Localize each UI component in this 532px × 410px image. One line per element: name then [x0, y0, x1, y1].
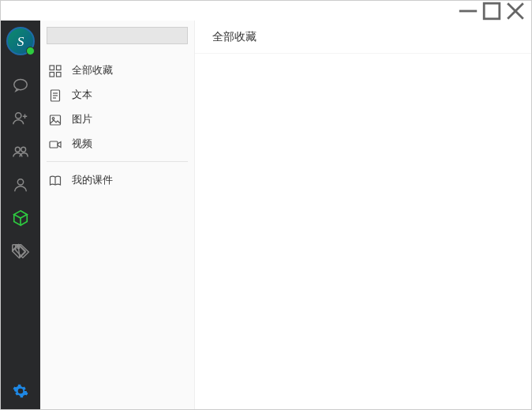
image-icon	[48, 113, 62, 127]
svg-rect-21	[51, 115, 61, 125]
rail-contact-add[interactable]	[1, 103, 40, 136]
person-icon	[12, 176, 29, 196]
menu-divider	[47, 161, 188, 162]
menu-image[interactable]: 图片	[47, 107, 188, 132]
svg-point-5	[14, 79, 28, 89]
menu-item-label: 我的课件	[72, 174, 113, 187]
contact-add-icon	[12, 110, 29, 130]
side-panel: 全部收藏 文本 图片	[40, 21, 195, 409]
cube-icon	[12, 209, 29, 229]
rail-cube[interactable]	[1, 202, 40, 235]
document-icon	[48, 88, 62, 103]
rail-settings[interactable]	[1, 374, 40, 409]
video-icon	[48, 137, 62, 152]
svg-point-10	[21, 147, 26, 152]
minimize-button[interactable]	[457, 3, 479, 19]
rail-group[interactable]	[1, 136, 40, 169]
chat-bubble-icon	[12, 77, 29, 96]
rail-chat[interactable]	[1, 70, 40, 103]
svg-rect-16	[57, 72, 62, 77]
status-online-icon	[26, 47, 35, 55]
titlebar	[1, 1, 531, 21]
menu-video[interactable]: 视频	[47, 132, 188, 156]
menu-item-label: 视频	[72, 137, 92, 151]
svg-rect-1	[484, 3, 500, 19]
menu-item-label: 图片	[72, 113, 92, 126]
close-button[interactable]	[504, 3, 526, 19]
avatar[interactable]: S	[6, 27, 35, 55]
svg-rect-13	[50, 66, 54, 70]
menu-item-label: 文本	[72, 88, 92, 102]
nav-rail: S	[1, 21, 40, 409]
rail-person[interactable]	[1, 169, 40, 202]
content-title: 全部收藏	[195, 21, 531, 54]
book-icon	[48, 174, 62, 188]
menu-all-favorites[interactable]: 全部收藏	[47, 58, 188, 83]
app-body: S	[1, 21, 531, 409]
svg-point-9	[15, 147, 20, 152]
content-body[interactable]	[195, 54, 531, 409]
menu-item-label: 全部收藏	[72, 64, 113, 77]
gear-icon	[13, 383, 28, 401]
svg-point-12	[17, 246, 20, 249]
svg-point-6	[16, 112, 21, 118]
menu-my-courseware[interactable]: 我的课件	[47, 168, 188, 193]
favorites-menu: 全部收藏 文本 图片	[47, 58, 188, 193]
menu-text[interactable]: 文本	[47, 83, 188, 107]
search-input[interactable]	[47, 27, 188, 44]
svg-point-11	[17, 179, 23, 184]
maximize-button[interactable]	[481, 3, 503, 19]
content-area: 全部收藏	[195, 21, 531, 409]
svg-rect-15	[50, 72, 54, 77]
svg-text:S: S	[17, 34, 24, 49]
group-icon	[12, 143, 29, 163]
app-window: S	[0, 0, 532, 410]
svg-rect-14	[57, 66, 62, 70]
svg-rect-23	[50, 141, 58, 148]
grid-icon	[48, 64, 62, 78]
svg-point-22	[52, 117, 54, 119]
rail-tag[interactable]	[1, 235, 40, 269]
tag-icon	[10, 243, 31, 262]
